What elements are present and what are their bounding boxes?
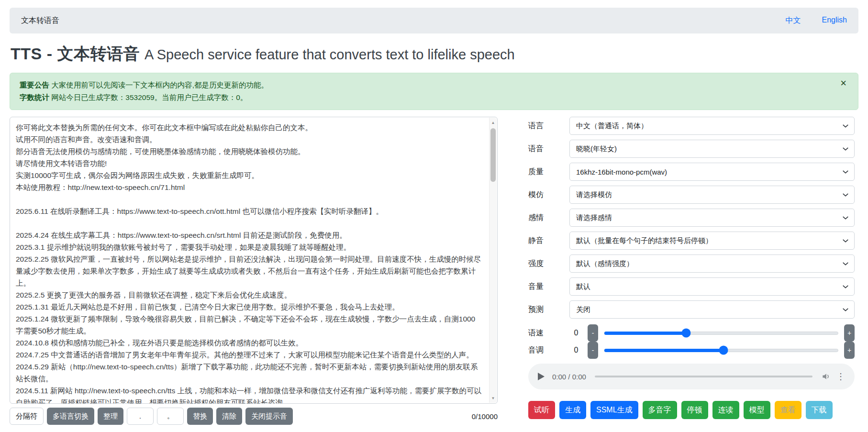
page-title-main: TTS - 文本转语音 <box>11 43 140 65</box>
editor-toolbar: 分隔符 多语言切换 整理 替换 清除 关闭提示音 0/10000 <box>10 408 498 425</box>
view-button[interactable]: 查看 <box>775 401 801 419</box>
mute-tip-button[interactable]: 关闭提示音 <box>245 408 293 425</box>
tts-page: 文本转语音 中文 English TTS - 文本转语音 A Speech se… <box>0 0 868 432</box>
rate-value: 0 <box>569 329 583 337</box>
kebab-menu-icon[interactable]: ⋮ <box>836 371 845 382</box>
player-progress-bar[interactable] <box>595 376 812 377</box>
ssml-generate-button[interactable]: SSML生成 <box>590 401 638 419</box>
alert-text-wordcount: 网站今日已生成字数：3532059。当前用户已生成字数：0。 <box>49 93 247 101</box>
lang-link-english[interactable]: English <box>822 16 847 26</box>
select-language[interactable]: 中文（普通话，简体） <box>569 117 855 135</box>
navbar: 文本转语音 中文 English <box>10 8 858 33</box>
char-counter: 0/10000 <box>472 412 498 421</box>
select-emotion[interactable]: 请选择感情 <box>569 209 855 227</box>
rate-minus-button[interactable]: - <box>588 324 598 342</box>
liaison-button[interactable]: 连读 <box>712 401 739 419</box>
control-row-volume: 音量 默认 <box>528 277 855 296</box>
separator-button[interactable]: 分隔符 <box>10 408 44 425</box>
select-intensity[interactable]: 默认（感情强度） <box>569 255 855 273</box>
player-time: 0:00 / 0:00 <box>552 373 586 381</box>
editor-column: 你可将此文本替换为所需的任何文本。你可在此文本框中编写或在此处粘贴你自己的文本。… <box>10 117 498 425</box>
language-switcher: 中文 English <box>786 16 847 26</box>
close-icon[interactable]: × <box>840 78 846 89</box>
control-row-prediction: 预测 关闭 <box>528 300 855 319</box>
tidy-button[interactable]: 整理 <box>98 408 123 425</box>
select-volume[interactable]: 默认 <box>569 277 855 296</box>
preview-button[interactable]: 试听 <box>528 401 555 419</box>
scrollbar-thumb[interactable] <box>490 128 496 182</box>
control-row-voice: 语音 晓晓(年轻女) <box>528 140 855 158</box>
select-imitation-value: 请选择模仿 <box>576 190 612 199</box>
polyphone-button[interactable]: 多音字 <box>643 401 677 419</box>
label-pitch: 音调 <box>528 345 569 355</box>
pitch-slider-fill <box>604 349 723 352</box>
pitch-value: 0 <box>569 346 583 354</box>
select-silence[interactable]: 默认（批量在每个句子的结束符号后停顿） <box>569 232 855 250</box>
pitch-slider[interactable] <box>604 349 838 352</box>
pause-button[interactable]: 停顿 <box>681 401 708 419</box>
text-input-area[interactable]: 你可将此文本替换为所需的任何文本。你可在此文本框中编写或在此处粘贴你自己的文本。… <box>10 117 498 404</box>
select-imitation[interactable]: 请选择模仿 <box>569 186 855 204</box>
select-volume-value: 默认 <box>576 282 590 291</box>
model-button[interactable]: 模型 <box>744 401 770 419</box>
pitch-plus-button[interactable]: + <box>844 342 855 359</box>
alert-text-announcement: 大家使用前可以先阅读一下文本框内的内容,都是历史更新的功能。 <box>49 81 268 89</box>
select-voice[interactable]: 晓晓(年轻女) <box>569 140 855 158</box>
chevron-down-icon <box>842 237 849 244</box>
select-emotion-value: 请选择感情 <box>576 213 612 222</box>
select-voice-value: 晓晓(年轻女) <box>576 144 617 154</box>
audio-player[interactable]: 0:00 / 0:00 ⋮ <box>528 364 855 389</box>
scroll-up-icon[interactable]: ▲ <box>490 119 497 126</box>
lang-link-chinese[interactable]: 中文 <box>786 16 801 26</box>
control-row-language: 语言 中文（普通话，简体） <box>528 117 855 135</box>
alert-line-announcement: 重要公告 大家使用前可以先阅读一下文本框内的内容,都是历史更新的功能。 <box>20 79 829 91</box>
chevron-down-icon <box>842 168 849 175</box>
label-volume: 音量 <box>528 282 569 292</box>
select-prediction-value: 关闭 <box>576 305 590 314</box>
rate-slider-fill <box>604 332 686 335</box>
replace-input[interactable] <box>157 408 184 425</box>
download-button[interactable]: 下载 <box>806 401 833 419</box>
chevron-down-icon <box>842 214 849 221</box>
announcement-alert: 重要公告 大家使用前可以先阅读一下文本框内的内容,都是历史更新的功能。 字数统计… <box>10 73 858 110</box>
slider-section: 语速 0 - + 音调 0 - <box>528 324 855 359</box>
clear-button[interactable]: 清除 <box>216 408 242 425</box>
rate-slider[interactable] <box>604 332 838 335</box>
label-quality: 质量 <box>528 167 569 177</box>
alert-label-wordcount: 字数统计 <box>20 93 49 101</box>
generate-button[interactable]: 生成 <box>559 401 586 419</box>
select-prediction[interactable]: 关闭 <box>569 300 855 319</box>
chevron-down-icon <box>842 283 849 290</box>
control-row-imitation: 模仿 请选择模仿 <box>528 186 855 204</box>
main-content: 你可将此文本替换为所需的任何文本。你可在此文本框中编写或在此处粘贴你自己的文本。… <box>10 117 858 425</box>
control-row-emotion: 感情 请选择感情 <box>528 209 855 227</box>
label-prediction: 预测 <box>528 305 569 315</box>
replace-button[interactable]: 替换 <box>187 408 213 425</box>
textarea-scrollbar[interactable]: ▲ ▼ <box>489 118 497 403</box>
chevron-down-icon <box>842 122 849 129</box>
alert-line-wordcount: 字数统计 网站今日已生成字数：3532059。当前用户已生成字数：0。 <box>20 91 829 104</box>
page-title: TTS - 文本转语音 A Speech service feature tha… <box>11 43 858 65</box>
label-silence: 静音 <box>528 236 569 246</box>
scroll-down-icon[interactable]: ▼ <box>490 394 497 402</box>
label-emotion: 感情 <box>528 213 569 223</box>
alert-label-announcement: 重要公告 <box>20 81 49 89</box>
select-quality[interactable]: 16khz-16bit-mono-pcm(wav) <box>569 163 855 181</box>
label-language: 语言 <box>528 121 569 131</box>
pitch-minus-button[interactable]: - <box>588 342 598 359</box>
rate-plus-button[interactable]: + <box>844 324 855 342</box>
rate-slider-thumb[interactable] <box>681 328 690 337</box>
select-language-value: 中文（普通话，简体） <box>576 122 648 131</box>
volume-icon[interactable] <box>821 372 831 381</box>
label-rate: 语速 <box>528 328 569 338</box>
select-quality-value: 16khz-16bit-mono-pcm(wav) <box>576 168 667 176</box>
play-icon[interactable] <box>538 373 545 380</box>
text-input-content[interactable]: 你可将此文本替换为所需的任何文本。你可在此文本框中编写或在此处粘贴你自己的文本。… <box>10 117 497 403</box>
page-title-subtitle: A Speech service feature that converts t… <box>145 47 515 63</box>
pitch-slider-thumb[interactable] <box>719 345 728 354</box>
action-buttons: 试听 生成 SSML生成 多音字 停顿 连读 模型 查看 下载 <box>528 401 855 419</box>
find-input[interactable] <box>127 408 154 425</box>
multilang-switch-button[interactable]: 多语言切换 <box>47 408 94 425</box>
pitch-slider-row: 音调 0 - + <box>528 342 855 359</box>
chevron-down-icon <box>842 145 849 152</box>
